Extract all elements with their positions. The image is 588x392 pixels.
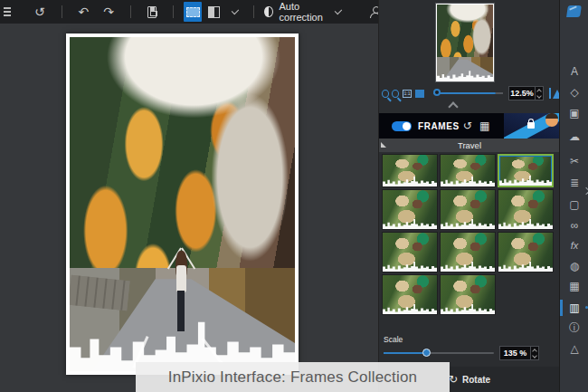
frames-banner: FRAMES ↺ ▦: [379, 113, 560, 139]
single-view-button[interactable]: [184, 2, 202, 22]
redo-forward-icon[interactable]: ↷: [96, 0, 121, 24]
auto-correction-label[interactable]: Auto correction: [280, 1, 327, 23]
scale-spinner[interactable]: [530, 347, 538, 359]
collapse-panel-chevron-icon[interactable]: [448, 101, 458, 111]
toolbar-divider: [130, 5, 131, 18]
frame-thumbnail[interactable]: [498, 189, 554, 230]
category-label: Travel: [458, 140, 481, 150]
selection-icon[interactable]: ▢: [560, 196, 588, 213]
mosaic-icon[interactable]: ▦: [560, 278, 588, 294]
photo-person: [171, 251, 191, 331]
binoculars-icon[interactable]: ∞: [560, 217, 588, 234]
text-replace-icon[interactable]: A: [560, 63, 588, 80]
sky-replacement-icon[interactable]: ☁: [560, 129, 588, 145]
lock-icon: [527, 122, 535, 129]
rotate-icon[interactable]: ↻: [449, 373, 458, 386]
sphere-icon[interactable]: ◍: [560, 258, 588, 274]
frame-thumbnail[interactable]: [440, 154, 496, 187]
rotate-label[interactable]: Rotate: [462, 375, 490, 385]
toolbar-divider: [173, 5, 174, 18]
actual-size-icon[interactable]: 1:1: [403, 90, 412, 98]
save-icon[interactable]: [147, 6, 156, 18]
toolbar-divider: [253, 5, 254, 18]
user-icon[interactable]: [370, 6, 378, 18]
navigator-preview-thumbnail[interactable]: [435, 3, 495, 82]
zoom-slider-handle[interactable]: [433, 89, 441, 96]
zoom-out-icon[interactable]: [382, 90, 389, 98]
frame-thumbnail[interactable]: [440, 232, 496, 272]
frame-thumbnail[interactable]: [382, 154, 438, 187]
toolbar-divider: [62, 5, 62, 18]
compare-view-button[interactable]: [205, 2, 223, 22]
screenshot-caption: InPixio Interface: Frames Collection: [136, 362, 450, 392]
zoom-in-icon[interactable]: [392, 90, 399, 98]
frame-skyline-overlay: [441, 218, 495, 229]
premium-promo-graphic[interactable]: [504, 113, 560, 139]
frame-skyline-overlay: [441, 176, 495, 186]
frame-thumbnail[interactable]: [498, 154, 554, 187]
compare-view-icon: [208, 6, 220, 18]
zoom-value: 12.5%: [509, 89, 534, 98]
frame-thumbnail[interactable]: [382, 189, 438, 230]
frame-thumbnail[interactable]: [440, 189, 496, 230]
picture-frame-icon[interactable]: ▣: [560, 105, 588, 121]
crop-icon[interactable]: ✂: [560, 153, 588, 169]
inpixio-app-window: ↺ ↶ ↷ Auto correction: [0, 0, 588, 392]
scale-label: Scale: [384, 335, 403, 344]
frame-skyline-overlay: [441, 261, 495, 272]
auto-correction-chevron-icon[interactable]: [335, 6, 343, 14]
frames-banner-label: FRAMES: [418, 121, 460, 131]
effects-fx-icon[interactable]: fx: [560, 237, 588, 253]
zoom-value-box[interactable]: 12.5%: [508, 86, 543, 100]
mascot-face-graphic: [545, 114, 558, 127]
frame-thumbnail[interactable]: [498, 232, 554, 272]
single-view-icon: [186, 7, 200, 17]
editor-canvas: [0, 24, 378, 392]
frames-tool-icon[interactable]: ▥: [560, 300, 588, 316]
frames-blue-icon[interactable]: [566, 5, 582, 17]
category-collapse-icon: [381, 142, 386, 148]
frame-thumbnail[interactable]: [382, 232, 438, 272]
auto-correction-toggle-icon[interactable]: [264, 6, 272, 17]
zoom-spinner[interactable]: [535, 87, 543, 100]
frame-skyline-overlay: [498, 218, 553, 229]
frames-panel: 1:1 12.5% FRAMES ↺ ▦: [378, 0, 559, 392]
lab-flask-icon[interactable]: △: [560, 340, 588, 357]
zoom-controls-row: 1:1 12.5%: [379, 85, 560, 101]
fit-screen-icon[interactable]: [415, 90, 424, 98]
reset-frame-icon[interactable]: ↺: [460, 114, 476, 138]
photo-stone-wall: [70, 274, 129, 311]
frame-skyline-overlay: [499, 175, 552, 186]
redo-back-icon[interactable]: ↶: [71, 0, 96, 24]
info-icon[interactable]: ⓘ: [560, 320, 588, 336]
category-header[interactable]: Travel: [379, 139, 560, 152]
frame-skyline-overlay: [498, 261, 553, 272]
undo-icon[interactable]: ↺: [27, 0, 52, 24]
scale-value: 135 %: [500, 349, 530, 358]
scale-controls-row: 135 %: [379, 345, 560, 361]
frame-skyline-overlay: [383, 176, 437, 186]
frames-toggle[interactable]: [392, 121, 412, 131]
frames-grid-icon[interactable]: ▦: [476, 114, 493, 138]
view-chevron-down-icon[interactable]: [232, 6, 240, 14]
frame-skyline-overlay: [383, 218, 437, 229]
tool-strip: A ◇ ▣ ☁ ✂ ≣ ▢ ∞ fx ◍ ▦ ▥ ⓘ △: [559, 0, 588, 392]
frame-thumbnail[interactable]: [440, 274, 496, 315]
frame-skyline-overlay: [383, 261, 437, 272]
scale-slider-handle[interactable]: [422, 349, 431, 357]
photo-image: [70, 37, 295, 371]
preview-image: [437, 5, 493, 81]
active-tool-indicator: [560, 300, 563, 316]
frame-thumbnail[interactable]: [382, 274, 438, 315]
frame-skyline-overlay: [441, 303, 495, 314]
zoom-slider[interactable]: [433, 92, 496, 94]
scale-slider[interactable]: [384, 352, 494, 354]
top-toolbar: ↺ ↶ ↷ Auto correction: [0, 0, 378, 24]
frames-grid: [382, 154, 557, 331]
edited-photo[interactable]: [66, 33, 299, 375]
menu-icon[interactable]: [4, 5, 11, 18]
eraser-icon[interactable]: ◇: [560, 84, 588, 100]
scale-value-box[interactable]: 135 %: [499, 346, 539, 360]
frame-skyline-overlay: [383, 303, 437, 314]
